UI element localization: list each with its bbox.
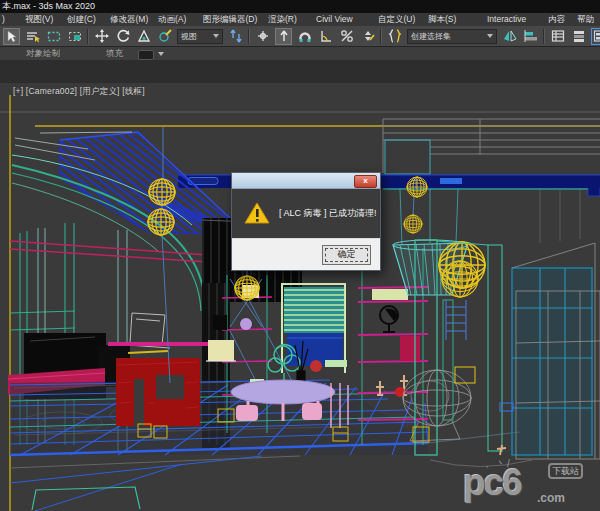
dialog-body: [ ALC 病毒 ] 已成功清理!	[232, 189, 380, 238]
chevron-down-icon	[213, 34, 219, 38]
paint-options-icon[interactable]	[138, 50, 154, 60]
window-title: 本.max - 3ds Max 2020	[2, 1, 95, 11]
select-and-place-icon[interactable]	[156, 28, 173, 45]
menu-modifiers[interactable]: 修改器(M)	[110, 13, 148, 26]
dialog-message: [ ALC 病毒 ] 已成功清理!	[279, 207, 377, 220]
toolbar-separator	[543, 29, 545, 44]
menu-graph-editors[interactable]: 图形编辑器(D)	[203, 13, 257, 26]
dialog-title-bar[interactable]: x	[232, 173, 380, 189]
menu-customize[interactable]: 自定义(U)	[378, 13, 415, 26]
scene-explorer-icon[interactable]	[549, 28, 566, 45]
select-and-manipulate-icon[interactable]	[254, 28, 271, 45]
menu-bar: ) 视图(V) 创建(C) 修改器(M) 动画(A) 图形编辑器(D) 渲染(R…	[0, 13, 600, 27]
tab-object-paint[interactable]: 对象绘制	[26, 47, 60, 60]
ribbon-toggle-icon[interactable]	[591, 28, 600, 45]
mirror-icon[interactable]	[501, 28, 518, 45]
edit-named-selection-sets-icon[interactable]	[386, 28, 403, 45]
menu-views[interactable]: 视图(V)	[25, 13, 53, 26]
menu-create[interactable]: 创建(C)	[67, 13, 96, 26]
camera-viewport[interactable]: [+] [Camera002] [用户定义] [线框]	[0, 83, 600, 511]
warning-icon	[244, 202, 270, 225]
select-and-move-icon[interactable]	[93, 28, 110, 45]
align-icon[interactable]	[522, 28, 539, 45]
globe-ornament	[380, 306, 398, 332]
reference-coordinate-value: 视图	[181, 31, 197, 42]
small-figurine	[497, 445, 506, 455]
chevron-down-icon[interactable]	[158, 52, 164, 56]
layer-explorer-icon[interactable]	[570, 28, 587, 45]
watermark-logo: pc6	[463, 462, 521, 504]
wireframe-scene	[0, 83, 600, 511]
menu-rendering[interactable]: 渲染(R)	[268, 13, 297, 26]
rectangular-selection-region-icon[interactable]	[45, 28, 62, 45]
ok-button[interactable]: 确定	[322, 245, 371, 265]
close-icon[interactable]: x	[354, 175, 377, 188]
chevron-down-icon	[487, 34, 493, 38]
viewport-label[interactable]: [+] [Camera002] [用户定义] [线框]	[13, 86, 145, 98]
watermark-badge: 下载站	[548, 463, 583, 479]
wardrobe	[512, 243, 600, 459]
ladder-shelf	[446, 300, 466, 340]
coral-ornament	[310, 360, 322, 372]
angle-snap-icon[interactable]	[317, 28, 334, 45]
snaps-toggle-3d-icon[interactable]	[296, 28, 313, 45]
toolbar-separator	[87, 29, 89, 44]
select-and-scale-icon[interactable]	[135, 28, 152, 45]
ceiling-lines-right	[383, 119, 600, 173]
selection-set-dropdown[interactable]: 创建选择集	[407, 29, 497, 44]
3ds-max-window: 本.max - 3ds Max 2020 ) 视图(V) 创建(C) 修改器(M…	[0, 0, 600, 511]
pc6-watermark: 、丶/ pc6 下载站 .com	[455, 460, 595, 508]
menu-cutoff[interactable]: )	[2, 13, 5, 26]
percent-snap-icon[interactable]	[338, 28, 355, 45]
reference-coordinate-dropdown[interactable]: 视图	[177, 29, 223, 44]
toolbar-separator	[380, 29, 382, 44]
menu-scripting[interactable]: 脚本(S)	[428, 13, 456, 26]
toolbar-separator	[248, 29, 250, 44]
selection-set-value: 创建选择集	[411, 31, 451, 42]
menu-content[interactable]: 内容	[548, 13, 565, 26]
ribbon-strip	[0, 60, 600, 84]
window-crossing-icon[interactable]	[66, 28, 83, 45]
watermark-suffix: .com	[537, 491, 565, 505]
upper-window-frame	[385, 140, 430, 174]
select-object-icon[interactable]	[3, 28, 20, 45]
tab-populate[interactable]: 填充	[106, 47, 123, 60]
keyboard-shortcut-override-icon[interactable]	[275, 28, 292, 45]
menu-civil-view[interactable]: Civil View	[316, 13, 353, 26]
secondary-toolbar: 对象绘制 填充	[0, 47, 600, 61]
select-and-rotate-icon[interactable]	[114, 28, 131, 45]
large-pendant-lamp	[393, 189, 485, 297]
select-by-name-icon[interactable]	[24, 28, 41, 45]
title-bar: 本.max - 3ds Max 2020	[0, 0, 600, 13]
spinner-snap-icon[interactable]	[359, 28, 376, 45]
menu-help[interactable]: 帮助	[577, 13, 594, 26]
dialog-footer: 确定	[232, 238, 380, 270]
alert-dialog: x [ ALC 病毒 ] 已成功清理! 确定	[231, 172, 381, 271]
use-pivot-point-center-icon[interactable]	[227, 28, 244, 45]
menu-animation[interactable]: 动画(A)	[158, 13, 186, 26]
desk	[108, 313, 208, 438]
main-toolbar: 视图 创建选择集	[0, 26, 600, 47]
menu-interactive[interactable]: Interactive	[487, 13, 526, 26]
